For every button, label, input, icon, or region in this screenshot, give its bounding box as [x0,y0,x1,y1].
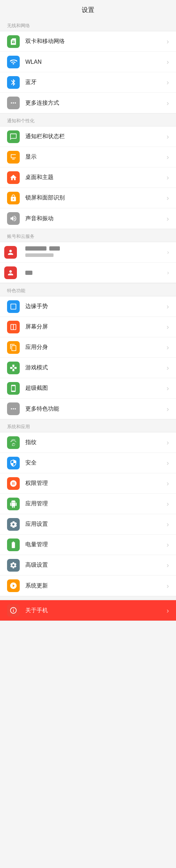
more-connection-icon [7,97,20,109]
section-1: 通知和个性化通知栏和状态栏›显示›桌面和主题›锁屏和面部识别›声音和振动› [0,113,176,229]
menu-item-label: 应用设置 [25,521,166,528]
menu-item-label: 关于手机 [25,607,166,614]
chevron-right-icon: › [166,302,169,310]
menu-item-notification[interactable]: 通知栏和状态栏› [0,127,176,147]
chevron-right-icon: › [166,173,169,181]
account2-icon [7,266,20,279]
display-icon [7,151,20,164]
chevron-right-icon: › [166,384,169,392]
section-5: 关于手机› [0,596,176,621]
fingerprint-icon [7,436,20,449]
menu-item-permission[interactable]: 权限管理› [0,473,176,494]
menu-item-label: 边缘手势 [25,303,166,310]
section-4: 系统和应用指纹›安全›权限管理›应用管理›应用设置›电量管理›高级设置›系统更新… [0,419,176,596]
menu-item-bluetooth[interactable]: 蓝牙› [0,72,176,93]
menu-item-label: 游戏模式 [25,364,166,371]
menu-item-splitscreen[interactable]: 屏幕分屏› [0,317,176,337]
menu-item-about[interactable]: 关于手机› [0,600,176,621]
chevron-right-icon: › [166,438,169,447]
wlan-icon [7,56,20,68]
menu-item-screenshot[interactable]: 超级截图› [0,378,176,399]
battery-icon [7,538,20,551]
security-icon [7,457,20,469]
chevron-right-icon: › [166,364,169,372]
menu-item-label: 蓝牙 [25,79,166,86]
sim-icon [7,35,20,48]
menu-item-appmanage[interactable]: 应用管理› [0,494,176,514]
menu-item-label: 锁屏和面部识别 [25,194,166,202]
chevron-right-icon: › [166,541,169,549]
desktop-icon [7,171,20,184]
menu-item-security[interactable]: 安全› [0,453,176,473]
menu-item-more-feature[interactable]: 更多特色功能› [0,399,176,419]
appsettings-icon [7,518,20,531]
menu-item-account2[interactable]: › [0,263,176,283]
menu-item-game[interactable]: 游戏模式› [0,358,176,378]
menu-item-label: 通知栏和状态栏 [25,133,166,140]
update-icon [7,579,20,592]
menu-item-label: 安全 [25,459,166,467]
section-label: 通知和个性化 [0,113,176,126]
chevron-right-icon: › [166,323,169,331]
chevron-right-icon: › [166,561,169,569]
about-icon [7,604,20,617]
menu-item-label: 指纹 [25,439,166,446]
more-feature-icon [7,402,20,415]
menu-item-sim[interactable]: 双卡和移动网络› [0,31,176,52]
menu-item-label: 电量管理 [25,541,166,548]
menu-item-appsettings[interactable]: 应用设置› [0,514,176,535]
chevron-right-icon: › [167,249,169,256]
account-text-area [25,246,167,258]
section-label: 无线和网络 [0,18,176,31]
section-2: 账号和云服务›› [0,229,176,283]
menu-item-edge[interactable]: 边缘手势› [0,296,176,317]
section-group: 边缘手势›屏幕分屏›应用分身›游戏模式›超级截图›更多特色功能› [0,296,176,419]
menu-item-clone[interactable]: 应用分身› [0,337,176,358]
section-group: ›› [0,242,176,283]
menu-item-sound[interactable]: 声音和振动› [0,208,176,229]
menu-item-display[interactable]: 显示› [0,147,176,167]
chevron-right-icon: › [166,99,169,107]
menu-item-wlan[interactable]: WLAN› [0,52,176,72]
section-group: 关于手机› [0,600,176,621]
chevron-right-icon: › [166,153,169,161]
menu-item-label: 更多特色功能 [25,405,166,413]
menu-item-desktop[interactable]: 桌面和主题› [0,167,176,188]
menu-item-label: 高级设置 [25,561,166,569]
menu-item-advanced[interactable]: 高级设置› [0,555,176,575]
chevron-right-icon: › [166,58,169,66]
menu-item-label: 应用分身 [25,344,166,351]
menu-item-label: WLAN [25,59,166,65]
menu-item-label: 桌面和主题 [25,174,166,181]
menu-item-label: 系统更新 [25,582,166,590]
section-label: 账号和云服务 [0,229,176,242]
account1-icon [7,246,20,259]
notification-icon [7,130,20,143]
chevron-right-icon: › [167,270,169,276]
menu-item-label: 超级截图 [25,384,166,392]
section-0: 无线和网络双卡和移动网络›WLAN›蓝牙›更多连接方式› [0,18,176,113]
menu-item-more-connection[interactable]: 更多连接方式› [0,93,176,113]
menu-item-lockscreen[interactable]: 锁屏和面部识别› [0,188,176,208]
section-3: 特色功能边缘手势›屏幕分屏›应用分身›游戏模式›超级截图›更多特色功能› [0,283,176,419]
menu-item-label: 屏幕分屏 [25,323,166,331]
chevron-right-icon: › [166,78,169,86]
menu-item-account1[interactable]: › [0,242,176,263]
menu-item-update[interactable]: 系统更新› [0,575,176,596]
chevron-right-icon: › [166,194,169,202]
menu-item-battery[interactable]: 电量管理› [0,535,176,555]
menu-item-fingerprint[interactable]: 指纹› [0,432,176,453]
game-icon [7,362,20,374]
section-group: 双卡和移动网络›WLAN›蓝牙›更多连接方式› [0,31,176,113]
bluetooth-icon [7,76,20,89]
splitscreen-icon [7,321,20,333]
account-text-area [25,271,167,275]
menu-item-label: 显示 [25,153,166,161]
menu-item-label: 更多连接方式 [25,99,166,107]
permission-icon [7,477,20,490]
chevron-right-icon: › [166,133,169,141]
clone-icon [7,341,20,354]
menu-item-label: 双卡和移动网络 [25,38,166,45]
section-group: 指纹›安全›权限管理›应用管理›应用设置›电量管理›高级设置›系统更新› [0,432,176,596]
sound-icon [7,212,20,225]
